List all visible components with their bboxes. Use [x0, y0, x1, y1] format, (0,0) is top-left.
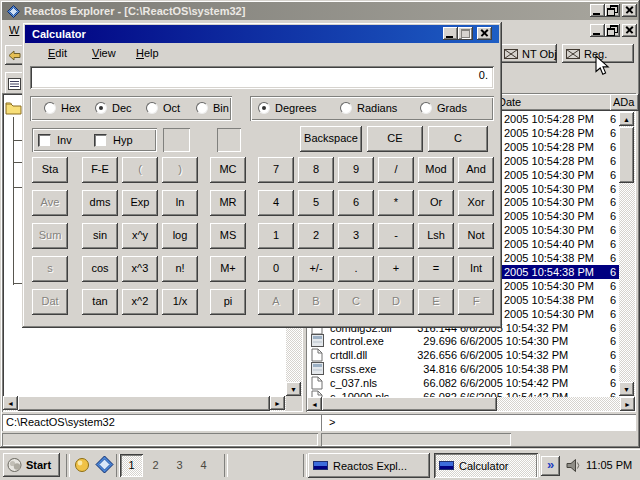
calc-button-not[interactable]: Not [458, 223, 494, 249]
calc-button-sin[interactable]: sin [82, 223, 118, 249]
explorer-close-button[interactable] [622, 4, 637, 17]
calc-button-xcaret3[interactable]: x^3 [122, 256, 158, 282]
calc-button-plus[interactable]: + [378, 256, 414, 282]
calc-button-backspace[interactable]: Backspace [300, 126, 362, 152]
calc-button-3[interactable]: 3 [338, 223, 374, 249]
scroll-right-arrow[interactable] [270, 396, 285, 410]
radio-degrees[interactable]: Degrees [258, 101, 317, 115]
file-row[interactable]: control.exe29.6966/6/2005 10:54:30 PM6 [307, 334, 619, 348]
explorer-minimize-button[interactable] [590, 4, 605, 17]
calc-button-0[interactable]: 0 [258, 256, 294, 282]
desktop-button-1[interactable]: 1 [120, 454, 143, 477]
toolbar-reg-button[interactable]: Reg. [562, 44, 634, 63]
file-row[interactable]: c_10000.nls66.0826/6/2005 10:54:42 PM6 [307, 390, 619, 397]
calc-button-log[interactable]: log [162, 223, 198, 249]
calc-button-mod[interactable]: Mod [418, 157, 454, 183]
scroll-left-arrow[interactable] [3, 396, 18, 410]
child-restore-button[interactable] [605, 24, 620, 37]
calc-button-4[interactable]: 4 [258, 190, 294, 216]
calc-button-dms[interactable]: dms [82, 190, 118, 216]
task-button-calculator[interactable]: Calculator [434, 453, 538, 478]
calc-button-c[interactable]: C [428, 126, 488, 152]
calc-button-ce[interactable]: CE [367, 126, 423, 152]
calc-button-2[interactable]: 2 [298, 223, 334, 249]
calc-button-or[interactable]: Or [418, 190, 454, 216]
calc-button-9[interactable]: 9 [338, 157, 374, 183]
calculator-minimize-button[interactable] [443, 27, 458, 40]
radio-bin[interactable]: Bin [196, 101, 229, 115]
checkbox-hyp[interactable]: Hyp [94, 133, 133, 147]
toolbar-nt-obj-button[interactable]: NT Obj [500, 44, 557, 63]
calc-button-1[interactable]: 1 [258, 223, 294, 249]
calc-button-1slashx[interactable]: 1/x [162, 289, 198, 315]
clock[interactable]: 11:05 PM [586, 459, 632, 471]
command-bar[interactable]: > [321, 414, 636, 431]
radio-radians[interactable]: Radians [340, 101, 397, 115]
calc-button-mplus[interactable]: M+ [210, 256, 246, 282]
calculator-close-button[interactable] [477, 27, 492, 40]
calc-button-equals[interactable]: = [418, 256, 454, 282]
calc-button-and[interactable]: And [458, 157, 494, 183]
start-button[interactable]: Start [3, 453, 60, 477]
scrollbar-thumb[interactable] [619, 127, 634, 183]
file-row[interactable]: csrss.exe34.8166/6/2005 10:54:38 PM6 [307, 362, 619, 376]
task-button-reactosexpldotdotdot[interactable]: Reactos Expl... [308, 453, 430, 478]
calc-button-int[interactable]: Int [458, 256, 494, 282]
calc-button-minus[interactable]: - [378, 223, 414, 249]
address-bar[interactable]: C:\ReactOS\system32 [2, 414, 321, 431]
desktop-button-3[interactable]: 3 [168, 454, 191, 477]
calc-button-ms[interactable]: MS [210, 223, 246, 249]
radio-hex[interactable]: Hex [44, 101, 81, 115]
calc-button-8[interactable]: 8 [298, 157, 334, 183]
calc-button-ln[interactable]: ln [162, 190, 198, 216]
desktop-button-4[interactable]: 4 [192, 454, 215, 477]
tray-chevron-button[interactable]: » [541, 456, 560, 476]
file-row[interactable]: c_037.nls66.0826/6/2005 10:54:42 PM6 [307, 376, 619, 390]
calc-menu-view[interactable]: View [88, 46, 120, 60]
radio-grads[interactable]: Grads [420, 101, 467, 115]
calc-button-star[interactable]: * [378, 190, 414, 216]
desktop-button-2[interactable]: 2 [144, 454, 167, 477]
calc-menu-help[interactable]: Help [132, 46, 163, 60]
calc-menu-edit[interactable]: Edit [44, 46, 71, 60]
quicklaunch-explorer-icon[interactable] [95, 455, 114, 476]
scrollbar-thumb[interactable] [18, 396, 270, 411]
calc-button-xor[interactable]: Xor [458, 190, 494, 216]
calc-button-plusslashminus[interactable]: +/- [298, 256, 334, 282]
calc-button-xcarety[interactable]: x^y [122, 223, 158, 249]
calc-button-tan[interactable]: tan [82, 289, 118, 315]
scrollbar-thumb[interactable] [322, 397, 497, 411]
child-minimize-button[interactable] [590, 24, 605, 37]
calc-button-slash[interactable]: / [378, 157, 414, 183]
scroll-down-arrow[interactable] [286, 382, 301, 396]
calc-button-6[interactable]: 6 [338, 190, 374, 216]
radio-dec[interactable]: Dec [95, 101, 132, 115]
checkbox-inv[interactable]: Inv [38, 133, 72, 147]
calc-button-7[interactable]: 7 [258, 157, 294, 183]
calc-button-sta[interactable]: Sta [32, 157, 68, 183]
calc-button-dot[interactable]: . [338, 256, 374, 282]
column-header-adate[interactable]: ADa [610, 94, 639, 111]
calc-button-exp[interactable]: Exp [122, 190, 158, 216]
volume-icon[interactable] [565, 457, 582, 476]
explorer-restore-button[interactable] [605, 4, 620, 17]
scroll-down-arrow[interactable] [619, 382, 634, 396]
calc-button-lsh[interactable]: Lsh [418, 223, 454, 249]
explorer-titlebar[interactable]: Reactos Explorer - [C:\ReactOS\system32] [2, 2, 638, 20]
child-close-button[interactable] [622, 24, 637, 37]
calc-button-xcaret2[interactable]: x^2 [122, 289, 158, 315]
quicklaunch-browser-icon[interactable] [74, 457, 90, 475]
calc-button-fminuse[interactable]: F-E [82, 157, 118, 183]
calc-button-mc[interactable]: MC [210, 157, 246, 183]
explorer-menu-item-window[interactable]: W [9, 24, 19, 36]
calc-button-mr[interactable]: MR [210, 190, 246, 216]
scroll-right-arrow[interactable] [620, 397, 635, 411]
calc-button-nbang[interactable]: n! [162, 256, 198, 282]
calc-button-pi[interactable]: pi [210, 289, 246, 315]
calculator-titlebar[interactable]: Calculator [25, 25, 499, 43]
file-row[interactable]: crtdll.dll326.6566/6/2005 10:54:32 PM6 [307, 348, 619, 362]
radio-oct[interactable]: Oct [146, 101, 180, 115]
scroll-left-arrow[interactable] [307, 397, 322, 411]
scroll-up-arrow[interactable] [619, 112, 634, 126]
calc-button-5[interactable]: 5 [298, 190, 334, 216]
